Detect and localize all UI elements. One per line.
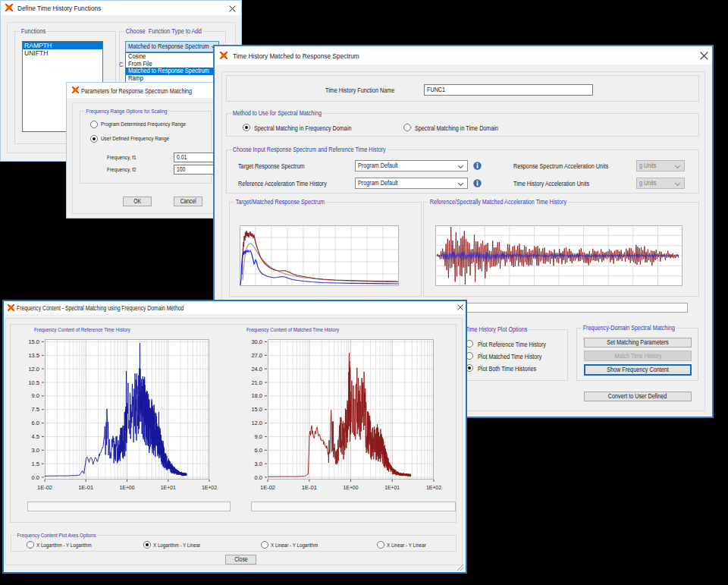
- svg-text:3.0: 3.0: [255, 461, 262, 467]
- svg-text:13.5: 13.5: [28, 352, 39, 359]
- svg-text:10.5: 10.5: [28, 379, 39, 386]
- svg-text:1E+01: 1E+01: [161, 484, 176, 491]
- svg-text:3.0: 3.0: [32, 447, 39, 454]
- svg-text:30.0: 30.0: [251, 338, 262, 345]
- svg-text:1E-02: 1E-02: [260, 484, 275, 491]
- svg-text:1E+01: 1E+01: [384, 484, 400, 491]
- svg-text:1E-01: 1E-01: [302, 484, 317, 491]
- svg-text:24.0: 24.0: [251, 366, 262, 373]
- svg-text:6.0: 6.0: [32, 420, 39, 426]
- svg-text:1E-02: 1E-02: [37, 484, 52, 491]
- svg-text:0.0: 0.0: [32, 474, 39, 481]
- svg-text:9.0: 9.0: [32, 392, 39, 399]
- svg-text:1E+02: 1E+02: [426, 484, 441, 491]
- svg-text:21.0: 21.0: [251, 379, 262, 386]
- svg-text:9.0: 9.0: [255, 433, 262, 440]
- svg-text:15.0: 15.0: [251, 406, 262, 413]
- svg-text:1E+00: 1E+00: [120, 484, 135, 491]
- svg-text:1E+00: 1E+00: [344, 484, 359, 491]
- svg-text:27.0: 27.0: [251, 352, 262, 359]
- svg-text:15.0: 15.0: [28, 338, 39, 345]
- svg-text:6.0: 6.0: [255, 447, 262, 454]
- svg-text:12.0: 12.0: [28, 366, 39, 373]
- svg-text:1E+02: 1E+02: [202, 484, 217, 491]
- svg-text:1.5: 1.5: [32, 461, 39, 467]
- svg-text:1E-01: 1E-01: [78, 484, 93, 491]
- svg-text:7.5: 7.5: [32, 406, 39, 413]
- svg-text:4.5: 4.5: [32, 433, 39, 440]
- svg-text:18.0: 18.0: [251, 392, 262, 399]
- svg-text:12.0: 12.0: [251, 420, 262, 426]
- svg-text:0.0: 0.0: [255, 474, 262, 481]
